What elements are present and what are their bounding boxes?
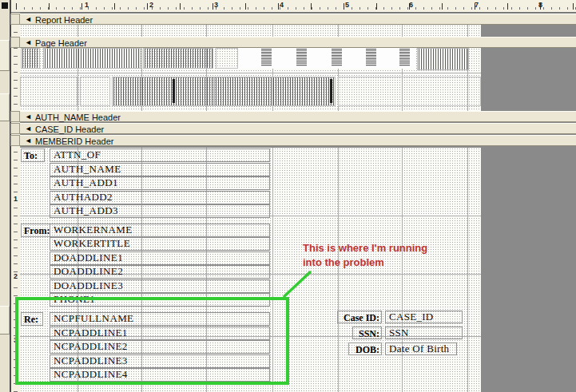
section-bar-page-header[interactable]: ◄ Page Header [20, 37, 576, 48]
textbox-thumbnail[interactable] [80, 77, 110, 106]
textbox-auth-add2[interactable]: AUTHADD2 [50, 191, 270, 204]
textbox-ssn[interactable]: SSN [385, 327, 463, 339]
toolbox-edge-segment [0, 40, 10, 71]
textbox-thumbnail[interactable] [143, 48, 213, 69]
separator-bar [173, 79, 175, 103]
label-to[interactable]: To: [21, 148, 45, 162]
ruler-number: 1 [85, 1, 89, 9]
section-selector[interactable] [10, 123, 20, 134]
section-selector[interactable] [10, 37, 20, 48]
textbox-thumbnail[interactable] [20, 77, 77, 106]
textbox-workername[interactable]: WORKERNAME [50, 224, 270, 237]
textbox-thumbnail[interactable] [214, 77, 336, 106]
section-collapse-icon: ◄ [25, 137, 32, 145]
textbox-doaddline1[interactable]: DOADDLINE1 [50, 251, 270, 265]
textbox-dob[interactable]: Date Of Birth [385, 343, 457, 355]
textbox-workertitle[interactable]: WORKERTITLE [50, 237, 270, 251]
ruler-ticks-major [16, 3, 576, 10]
section-bar-label: CASE_ID Header [35, 125, 104, 134]
problem-annotation-text: This is where I'm running into the probl… [303, 241, 427, 270]
ruler-number: 8 [538, 1, 542, 9]
section-collapse-icon: ◄ [25, 15, 32, 23]
textbox-thumbnail[interactable] [216, 48, 238, 69]
textbox-thumbnail[interactable] [21, 48, 40, 69]
label-case-id[interactable]: Case ID: [337, 311, 382, 323]
toolbox-edge-strip [0, 0, 10, 392]
separator-bar [330, 79, 332, 103]
section-bar-auth-name-header[interactable]: ◄ AUTH_NAME Header [20, 111, 576, 122]
section-collapse-icon: ◄ [25, 38, 32, 46]
toolbox-edge-segment [0, 306, 10, 335]
text-lines-icon [261, 49, 272, 66]
toolbox-edge-segment [0, 93, 10, 121]
textbox-thumbnail[interactable] [417, 48, 469, 70]
label-ssn[interactable]: SSN: [352, 327, 382, 339]
section-bar-label: MEMBERID Header [35, 137, 113, 146]
problem-highlight-rectangle [15, 297, 289, 385]
annotation-line-1: This is where I'm running [303, 241, 427, 255]
section-bar-case-id-header[interactable]: ◄ CASE_ID Header [20, 123, 576, 134]
label-dob[interactable]: DOB: [348, 343, 382, 355]
report-selector-icon[interactable] [2, 2, 8, 9]
section-bar-label: Report Header [35, 15, 93, 25]
ruler-number: 5 [345, 1, 349, 9]
section-selector[interactable] [10, 135, 20, 146]
ruler-number: 2 [149, 1, 153, 9]
textbox-thumbnail[interactable] [43, 48, 141, 69]
section-collapse-icon: ◄ [25, 113, 32, 121]
section-selector[interactable] [10, 111, 20, 122]
textbox-doaddline2[interactable]: DOADDLINE2 [50, 265, 270, 279]
ruler-number: 6 [409, 1, 413, 9]
text-lines-icon [399, 49, 410, 66]
textbox-doaddline3[interactable]: DOADDLINE3 [50, 279, 270, 293]
ruler-number: 1 [11, 195, 20, 203]
text-lines-icon [332, 49, 342, 66]
textbox-auth-add1[interactable]: AUTH_ADD1 [50, 176, 270, 190]
textbox-thumbnail[interactable] [112, 77, 214, 106]
text-lines-icon [296, 49, 307, 66]
section-bar-label: AUTH_NAME Header [35, 113, 121, 122]
section-bar-memberid-header[interactable]: ◄ MEMBERID Header [20, 135, 576, 146]
ruler-number: 2 [11, 272, 20, 280]
textbox-attn-of[interactable]: ATTN_OF [50, 148, 270, 162]
label-from[interactable]: From: [21, 224, 50, 237]
section-bar-label: Page Header [35, 38, 87, 48]
section-bar-report-header[interactable]: ◄ Report Header [20, 14, 576, 25]
textbox-thumbnail[interactable] [338, 77, 481, 106]
textbox-auth-add3[interactable]: AUTH_ADD3 [50, 204, 270, 218]
page-header-section-surface[interactable] [20, 48, 481, 111]
section-selector[interactable] [10, 14, 20, 25]
horizontal-ruler[interactable]: 1 2 3 4 5 6 7 8 [11, 0, 576, 13]
report-header-section-surface[interactable] [20, 25, 481, 37]
textbox-case-id[interactable]: CASE_ID [385, 311, 463, 323]
section-collapse-icon: ◄ [25, 125, 32, 133]
ruler-number: 3 [214, 1, 218, 9]
annotation-line-2: into the problem [303, 255, 427, 270]
ruler-number: 7 [475, 1, 479, 9]
ruler-number: 4 [280, 1, 284, 9]
text-lines-icon [366, 49, 376, 66]
access-report-design-view: 1 2 3 4 5 6 7 8 1 2 3 ◄ Report Header ◄ … [0, 0, 576, 392]
textbox-auth-name[interactable]: AUTH_NAME [50, 163, 270, 176]
